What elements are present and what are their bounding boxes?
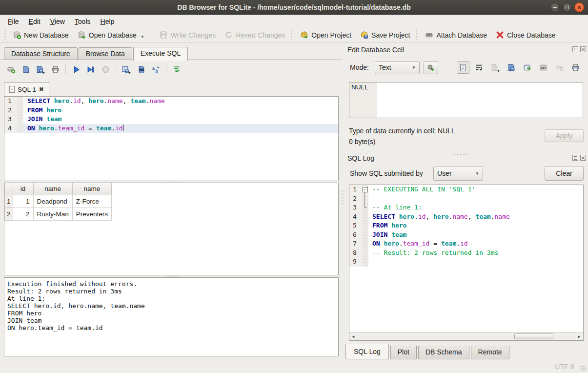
code-text[interactable]: -- (368, 194, 583, 204)
save-results-dropdown-arrow[interactable]: ▼ (128, 71, 131, 76)
print-button[interactable] (49, 63, 61, 76)
resize-grip[interactable] (580, 365, 587, 372)
code-text[interactable]: SELECT hero.id, hero.name, team.name (368, 212, 583, 222)
cell-id[interactable]: 1 (13, 195, 33, 207)
close-dock-icon[interactable] (580, 46, 586, 52)
tab-close-icon[interactable]: ✖ (39, 86, 44, 93)
link-data-button[interactable] (537, 61, 550, 74)
find-replace-button[interactable]: ab (149, 63, 162, 76)
open-in-external-button[interactable] (521, 61, 534, 74)
write-changes-button[interactable]: Write Changes (155, 29, 220, 41)
execute-all-button[interactable] (70, 63, 82, 76)
save-dropdown-arrow[interactable]: ▼ (42, 71, 45, 76)
close-database-button[interactable]: Close Database (491, 29, 560, 41)
tab-sql-log[interactable]: SQL Log (345, 344, 389, 359)
auto-mode-button[interactable] (424, 61, 438, 74)
tab-plot[interactable]: Plot (390, 346, 417, 359)
revert-changes-button[interactable]: Revert Changes (220, 29, 289, 41)
fold-marker[interactable] (362, 185, 368, 194)
cell-team-name[interactable]: Preventers (72, 207, 111, 220)
code-text[interactable]: -- Result: 2 rows returned in 3ms (368, 249, 583, 258)
tab-db-schema[interactable]: DB Schema (418, 346, 469, 359)
code-text[interactable]: JOIN team (23, 115, 338, 124)
cell-value-editor[interactable]: NULL (349, 82, 583, 118)
format-sql-button[interactable] (170, 63, 183, 76)
stop-button[interactable] (99, 63, 112, 76)
close-dock-icon[interactable] (580, 155, 586, 161)
tab-execute-sql[interactable]: Execute SQL (133, 47, 188, 61)
row-header[interactable]: 2 (5, 207, 13, 220)
mode-select[interactable]: Text ▼ (375, 61, 420, 74)
export-cell-button[interactable] (505, 61, 518, 74)
write-changes-icon (160, 31, 168, 39)
cell-id[interactable]: 2 (13, 207, 33, 220)
close-button[interactable]: ✕ (574, 2, 584, 12)
results-header-name2[interactable]: name (72, 183, 111, 195)
menu-tools[interactable]: Tools (70, 16, 96, 27)
open-project-button[interactable]: Open Project (296, 29, 356, 41)
code-text[interactable]: FROM hero (368, 221, 583, 230)
import-cell-button[interactable]: ▼ (489, 61, 502, 74)
cell-value-area[interactable] (377, 83, 583, 118)
tab-database-structure[interactable]: Database Structure (4, 47, 78, 60)
save-sql-file-button[interactable]: ▼ (34, 63, 47, 76)
horizontal-scrollbar[interactable]: ◀ ▶ (349, 332, 583, 340)
results-header-name1[interactable]: name (33, 183, 72, 195)
attach-database-button[interactable]: Attach Database (421, 29, 491, 41)
results-corner-cell[interactable] (5, 183, 13, 195)
results-header-id[interactable]: id (13, 183, 33, 195)
sql-doc-tab[interactable]: SQL 1 ✖ (4, 82, 49, 96)
splitter-handle[interactable] (454, 152, 468, 155)
cell-hero-name[interactable]: Deadpond (33, 195, 72, 207)
tab-browse-data[interactable]: Browse Data (79, 47, 132, 60)
save-results-button[interactable]: ▼ (120, 63, 133, 76)
menu-help[interactable]: Help (96, 16, 120, 27)
clear-log-button[interactable]: Clear (545, 166, 584, 181)
line-number: 3 (4, 115, 17, 124)
toolbar-drag-handle[interactable] (291, 30, 294, 41)
maximize-button[interactable] (562, 2, 572, 12)
cell-hero-name[interactable]: Rusty-Man (33, 207, 72, 220)
text-mode-button[interactable] (457, 61, 469, 74)
row-header[interactable]: 1 (5, 195, 13, 207)
code-text[interactable]: JOIN team (368, 230, 583, 240)
open-database-button[interactable]: Open Database ▼ (73, 29, 149, 41)
code-text[interactable] (368, 257, 583, 267)
toolbar-drag-handle[interactable] (3, 30, 7, 41)
float-dock-icon[interactable] (572, 46, 578, 52)
open-database-dropdown-arrow[interactable]: ▼ (141, 35, 144, 39)
scroll-left-icon[interactable]: ◀ (349, 333, 357, 340)
log-filter-select[interactable]: User ▼ (433, 166, 483, 181)
menu-file[interactable]: File (3, 16, 24, 27)
new-sql-tab-button[interactable] (5, 63, 18, 76)
code-text[interactable]: FROM hero (23, 106, 338, 115)
scrollbar-track[interactable] (357, 333, 575, 340)
save-project-button[interactable]: Save Project (356, 29, 414, 41)
find-button[interactable] (135, 63, 147, 76)
new-database-button[interactable]: New Database (8, 29, 73, 41)
code-text[interactable]: -- EXECUTING ALL IN 'SQL 1' (368, 185, 583, 194)
open-sql-file-button[interactable] (20, 63, 32, 76)
apply-button[interactable]: Apply (545, 129, 584, 142)
sql-editor[interactable]: 1SELECT hero.id, hero.name, team.name2FR… (4, 96, 339, 181)
menu-edit[interactable]: Edit (24, 16, 45, 27)
float-dock-icon[interactable] (572, 155, 578, 161)
menu-view[interactable]: View (45, 16, 70, 27)
code-text[interactable]: ON hero.team_id = team.id (23, 124, 338, 133)
print-cell-button[interactable] (569, 61, 582, 74)
tab-remote[interactable]: Remote (471, 346, 509, 359)
code-line: 4ON hero.team_id = team.id (4, 124, 338, 133)
cell-team-name[interactable]: Z-Force (72, 195, 111, 207)
word-wrap-button[interactable] (473, 61, 486, 74)
scrollbar-thumb[interactable] (514, 333, 553, 339)
code-text[interactable]: -- At line 1: (368, 203, 583, 212)
line-number: 9 (349, 257, 362, 267)
scroll-right-icon[interactable]: ▶ (575, 333, 583, 340)
set-null-button[interactable] (553, 61, 566, 74)
toolbar-drag-handle[interactable] (416, 30, 419, 41)
sql-log-view[interactable]: 1-- EXECUTING ALL IN 'SQL 1'2--3-- At li… (349, 185, 584, 341)
code-text[interactable]: SELECT hero.id, hero.name, team.name (23, 97, 338, 106)
minimize-button[interactable] (550, 2, 560, 12)
code-text[interactable]: ON hero.team_id = team.id (368, 239, 583, 249)
execute-line-button[interactable] (84, 63, 97, 76)
